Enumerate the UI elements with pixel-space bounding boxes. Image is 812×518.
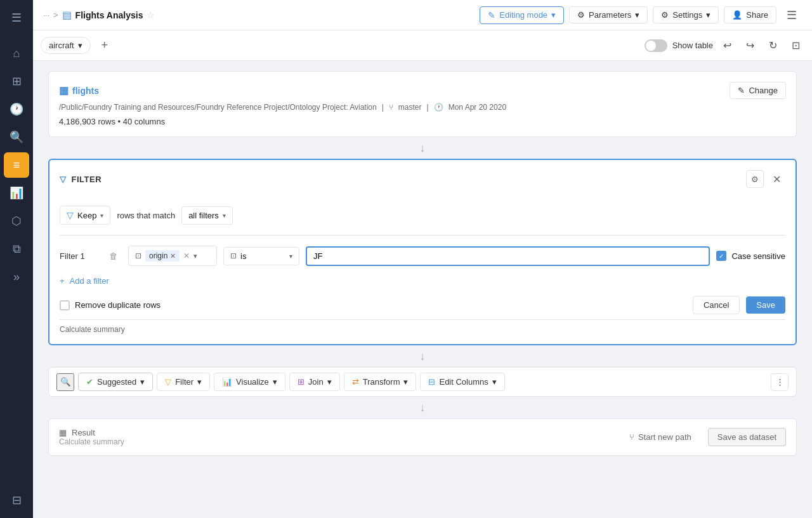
pencil-icon: ✎ — [738, 86, 745, 95]
undo-button[interactable]: ↩ — [718, 37, 736, 55]
search-transform-button[interactable]: 🔍 — [56, 373, 74, 391]
chart-icon[interactable]: 📊 — [4, 180, 29, 206]
filter-divider — [60, 235, 785, 236]
keep-dropdown[interactable]: ▽ Keep ▾ — [60, 206, 110, 225]
suggested-button[interactable]: ✔ Suggested ▾ — [78, 373, 153, 391]
menu-icon[interactable]: ☰ — [4, 5, 29, 30]
row-count: 4,186,903 rows — [59, 117, 115, 126]
filter1-delete-button[interactable]: 🗑 — [104, 247, 122, 265]
show-table-label: Show table — [672, 41, 713, 50]
branch-icon: ⑂ — [389, 103, 393, 112]
join-button[interactable]: ⊞ Join ▾ — [289, 373, 340, 391]
transform-button[interactable]: ⇄ Transform ▾ — [344, 373, 417, 391]
parameters-button[interactable]: ⚙ Parameters ▾ — [569, 6, 648, 23]
start-new-path-button[interactable]: ⑂ Start new path — [620, 428, 700, 446]
history-icon[interactable]: 🕐 — [4, 96, 29, 122]
operator-chevron: ▾ — [289, 253, 292, 260]
settings-icon: ⚙ — [661, 10, 669, 20]
dataset-info: 4,186,903 rows • 40 columns — [59, 117, 786, 126]
suggested-chevron: ▾ — [140, 377, 145, 387]
rows-that-match-text: rows that match — [117, 211, 175, 220]
dataset-title-row: ▦ flights ✎ Change — [59, 82, 786, 99]
dataset-meta: /Public/Foundry Training and Resources/F… — [59, 103, 786, 112]
change-label: Change — [749, 86, 778, 95]
star-icon[interactable]: ☆ — [147, 10, 155, 20]
calc-summary: Calculate summary — [60, 319, 785, 334]
result-icon: ▦ — [59, 428, 67, 437]
add-tab-button[interactable]: + — [96, 37, 114, 55]
dataset-card: ▦ flights ✎ Change /Public/Foundry Train… — [48, 71, 797, 137]
filter-transform-button[interactable]: ▽ Filter ▾ — [157, 373, 210, 391]
visualize-button[interactable]: 📊 Visualize ▾ — [214, 373, 285, 391]
projects-icon[interactable]: ⊞ — [4, 69, 29, 94]
save-as-dataset-label: Save as dataset — [717, 432, 776, 442]
remove-duplicate-checkbox[interactable] — [60, 300, 70, 310]
search-nav-icon[interactable]: 🔍 — [4, 124, 29, 150]
home-icon[interactable]: ⌂ — [4, 41, 29, 66]
refresh-button[interactable]: ↻ — [764, 37, 782, 55]
dataset-branch: master — [398, 103, 422, 112]
add-filter-plus-icon: + — [60, 276, 65, 286]
filter-title-text: FILTER — [72, 175, 102, 184]
start-new-path-label: Start new path — [638, 432, 691, 442]
filter-icon: ▽ — [60, 175, 67, 184]
settings-button[interactable]: ⚙ Settings ▾ — [653, 6, 719, 23]
breadcrumb-parent[interactable]: ··· — [43, 11, 49, 20]
share-icon: 👤 — [732, 10, 742, 20]
transforms-icon[interactable]: ≡ — [4, 152, 29, 178]
parameters-label: Parameters — [589, 10, 631, 20]
editing-mode-button[interactable]: ✎ Editing mode ▾ — [480, 6, 564, 24]
filter-settings-button[interactable]: ⚙ — [746, 170, 764, 188]
share-label: Share — [746, 10, 768, 20]
transform-icon: ⇄ — [352, 377, 359, 387]
arrow-down-1: ↓ — [48, 142, 797, 154]
filter-close-button[interactable]: ✕ — [768, 170, 785, 188]
aircraft-tab[interactable]: aircraft ▾ — [41, 37, 91, 54]
more-button[interactable]: ⋮ — [771, 373, 789, 391]
layout-button[interactable]: ⊡ — [787, 37, 804, 55]
filter-keep-row: ▽ Keep ▾ rows that match all filters ▾ — [60, 206, 785, 225]
remove-duplicate-label: Remove duplicate rows — [75, 300, 160, 310]
chevron-right-icon[interactable]: » — [4, 264, 29, 289]
all-filters-label: all filters — [188, 211, 219, 220]
edit-columns-label: Edit Columns — [439, 377, 488, 387]
clear-column-button[interactable]: ✕ — [183, 251, 190, 260]
filter-transform-label: Filter — [175, 377, 193, 387]
redo-button[interactable]: ↪ — [741, 37, 759, 55]
content-area: ▦ flights ✎ Change /Public/Foundry Train… — [33, 61, 812, 518]
list-detail-icon[interactable]: ⊟ — [4, 488, 29, 513]
column-tag-close[interactable]: ✕ — [170, 252, 176, 260]
filter-title: ▽ FILTER — [60, 175, 102, 184]
layers-icon[interactable]: ⧉ — [4, 236, 29, 262]
case-sensitive-checkbox[interactable]: ✓ — [716, 251, 726, 261]
case-sensitive-label: Case sensitive — [731, 251, 785, 261]
result-title-area: ▦ Result Calculate summary — [59, 428, 613, 446]
filter-value-input[interactable] — [306, 246, 710, 266]
filter-footer: Remove duplicate rows Cancel Save — [60, 296, 785, 314]
operator-dropdown[interactable]: ⊡ is ▾ — [223, 247, 299, 265]
join-icon: ⊞ — [298, 377, 304, 387]
parameters-icon: ⚙ — [577, 10, 585, 20]
column-count: 40 columns — [123, 117, 165, 126]
hamburger-button[interactable]: ☰ — [782, 5, 802, 25]
column-chevron[interactable]: ▾ — [193, 252, 197, 260]
share-button[interactable]: 👤 Share — [724, 6, 776, 23]
transform-label: Transform — [363, 377, 400, 387]
all-filters-dropdown[interactable]: all filters ▾ — [181, 206, 233, 225]
show-table-toggle[interactable] — [645, 39, 667, 52]
filter-header-actions: ⚙ ✕ — [746, 170, 785, 188]
filter-card: ▽ FILTER ⚙ ✕ ▽ Keep ▾ rows that mat — [48, 159, 797, 345]
remove-duplicate-area: Remove duplicate rows — [60, 300, 686, 310]
top-bar-actions: ✎ Editing mode ▾ ⚙ Parameters ▾ ⚙ Settin… — [480, 5, 802, 25]
change-button[interactable]: ✎ Change — [730, 82, 786, 99]
add-filter-row[interactable]: + Add a filter — [60, 276, 785, 286]
save-button[interactable]: Save — [746, 296, 785, 314]
column-selector[interactable]: ⊡ origin ✕ ✕ ▾ — [128, 246, 217, 266]
edit-columns-button[interactable]: ⊟ Edit Columns ▾ — [420, 373, 504, 391]
filter-header: ▽ FILTER ⚙ ✕ — [60, 170, 785, 196]
save-as-dataset-button[interactable]: Save as dataset — [708, 428, 786, 446]
cube-icon[interactable]: ⬡ — [4, 208, 29, 234]
sub-toolbar: aircraft ▾ + Show table ↩ ↪ ↻ ⊡ — [33, 30, 812, 61]
all-filters-chevron: ▾ — [223, 212, 226, 219]
cancel-button[interactable]: Cancel — [693, 296, 740, 314]
